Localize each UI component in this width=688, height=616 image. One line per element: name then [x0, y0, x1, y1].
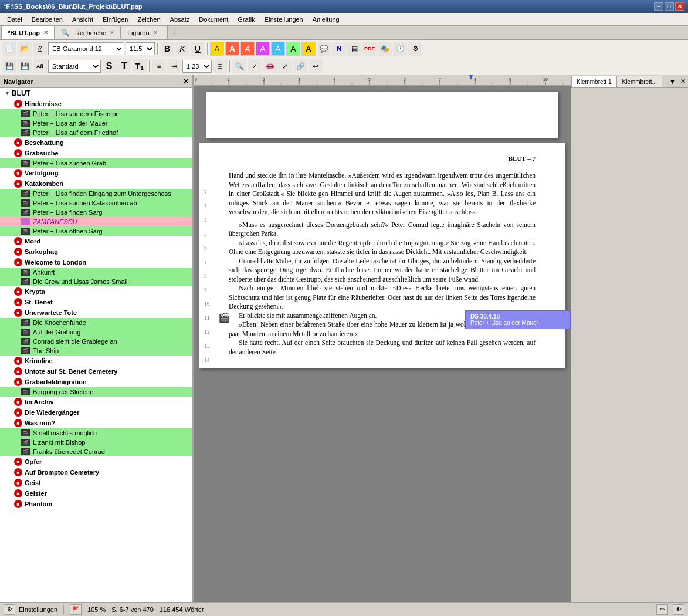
- font-size-selector[interactable]: 11.5: [126, 42, 155, 55]
- nav-section-sarkophag[interactable]: ■ Sarkophag: [0, 246, 192, 257]
- klemmbrett-close[interactable]: ✕: [678, 77, 688, 85]
- save-button[interactable]: 💾: [2, 59, 16, 73]
- nav-section-hindernisse[interactable]: ■ Hindernisse: [0, 99, 192, 109]
- nav-tree[interactable]: ▼ BLUT ■ Hindernisse 🎬 Peter + Lisa vor …: [0, 88, 192, 602]
- italic-button[interactable]: K: [175, 42, 189, 56]
- menu-item-bearbeiten[interactable]: Bearbeiten: [27, 15, 67, 24]
- nav-item-crew-james[interactable]: 🎬 Die Crew und Lisas James Small: [0, 277, 192, 286]
- color5-button[interactable]: A: [271, 42, 285, 56]
- status-flag-btn[interactable]: 🚩: [70, 604, 82, 615]
- tab-figuren-close[interactable]: ✕: [153, 29, 158, 36]
- nav-item-sarg[interactable]: 🎬 Peter + Lisa finden Sarg: [0, 208, 192, 217]
- menu-item-ansicht[interactable]: Ansicht: [67, 15, 98, 24]
- format-button[interactable]: Aß: [33, 59, 47, 73]
- saveas-button[interactable]: 💾: [18, 59, 32, 73]
- nav-section-geister[interactable]: ■ Geister: [0, 488, 192, 499]
- lips-btn[interactable]: 👄: [263, 59, 277, 73]
- menu-item-datei[interactable]: Datei: [2, 15, 27, 24]
- tab-blut-close[interactable]: ✕: [43, 29, 48, 36]
- nav-item-grablege[interactable]: 🎬 Conrad sieht die Grablege an: [0, 337, 192, 346]
- klemmbrett-expand[interactable]: ▼: [667, 78, 678, 85]
- tab-blut[interactable]: *BLUT.pap ✕: [1, 26, 55, 39]
- clock-button[interactable]: 🕐: [393, 42, 407, 56]
- nav-item-peter-lisa-grab[interactable]: 🎬 Peter + Lisa suchen Grab: [0, 158, 192, 168]
- nav-section-unerwartete[interactable]: ■ Unerwartete Tote: [0, 307, 192, 318]
- nav-item-zankt[interactable]: 🎬 L zankt mit Bishop: [0, 438, 192, 447]
- minimize-button[interactable]: ─: [654, 2, 663, 11]
- nav-section-phantom[interactable]: ■ Phantom: [0, 499, 192, 509]
- menu-item-grafik[interactable]: Grafik: [233, 15, 259, 24]
- nav-item-bergung[interactable]: 🎬 Bergung der Skelette: [0, 387, 192, 397]
- align-button[interactable]: ≡: [152, 59, 166, 73]
- underline-button[interactable]: U: [191, 42, 205, 56]
- nav-root[interactable]: ▼ BLUT: [0, 88, 192, 99]
- resize-btn[interactable]: ⤢: [278, 59, 292, 73]
- ref-button[interactable]: N: [332, 42, 346, 56]
- nav-section-beschattung[interactable]: ■ Beschattung: [0, 137, 192, 148]
- note-button[interactable]: 💬: [317, 42, 331, 56]
- menu-item-anleitung[interactable]: Anleitung: [308, 15, 344, 24]
- chain-btn[interactable]: 🔗: [293, 59, 307, 73]
- mask-button[interactable]: 🎭: [378, 42, 392, 56]
- nav-section-krinoline[interactable]: ■ Krinoline: [0, 356, 192, 366]
- color4-button[interactable]: A: [256, 42, 270, 56]
- close-button[interactable]: ✕: [675, 2, 684, 11]
- status-edit-btn[interactable]: ✏: [656, 604, 668, 615]
- table-button[interactable]: ▤: [347, 42, 361, 56]
- tab-figuren[interactable]: Figuren ✕: [121, 26, 168, 39]
- font-selector[interactable]: EB Garamond 12: [48, 42, 124, 55]
- style-selector[interactable]: Standard: [48, 60, 101, 73]
- nav-item-peter-lisa-mauer[interactable]: 🎬 Peter + Lisa an der Mauer: [0, 119, 192, 128]
- nav-section-krypta[interactable]: ■ Krypta: [0, 286, 192, 297]
- bold2-button[interactable]: S: [102, 59, 116, 73]
- indent-button[interactable]: ⇥: [167, 59, 181, 73]
- nav-item-offnen-sarg[interactable]: 🎬 Peter + Lisa öffnen Sarg: [0, 226, 192, 236]
- nav-section-archiv[interactable]: ■ Im Archiv: [0, 397, 192, 407]
- undo-btn[interactable]: ↩: [309, 59, 323, 73]
- menu-item-zeichen[interactable]: Zeichen: [133, 15, 165, 24]
- open-button[interactable]: 📂: [18, 42, 32, 56]
- nav-section-wiedergaenger[interactable]: ■ Die Wiedergänger: [0, 407, 192, 418]
- search-btn[interactable]: 🔍: [232, 59, 246, 73]
- nav-section-mord[interactable]: ■ Mord: [0, 236, 192, 246]
- status-settings-btn[interactable]: ⚙: [4, 604, 15, 615]
- nav-section-opfer[interactable]: ■ Opfer: [0, 456, 192, 467]
- header-button[interactable]: T: [117, 59, 131, 73]
- header2-button[interactable]: T₁: [133, 59, 147, 73]
- nav-section-untote[interactable]: ■ Untote auf St. Benet Cemetery: [0, 366, 192, 377]
- nav-item-grabung[interactable]: 🎬 Auf der Grabung: [0, 327, 192, 337]
- nav-section-geist[interactable]: ■ Geist: [0, 478, 192, 488]
- nav-section-katakomben[interactable]: ■ Katakomben: [0, 178, 192, 189]
- tab-recherche-close[interactable]: ✕: [110, 29, 114, 36]
- nav-item-knochenfunde[interactable]: 🎬 Die Knochenfunde: [0, 318, 192, 327]
- nav-section-graeber[interactable]: ■ Gräberfeldmigration: [0, 377, 192, 387]
- color6-button[interactable]: A: [286, 42, 300, 56]
- maximize-button[interactable]: □: [665, 2, 674, 11]
- menu-item-einstellungen[interactable]: Einstellungen: [260, 15, 308, 24]
- pdf-button[interactable]: PDF: [362, 42, 377, 56]
- extra-button[interactable]: ⚙: [408, 42, 422, 56]
- nav-close-button[interactable]: ✕: [183, 77, 189, 86]
- nav-item-zampanescu[interactable]: ZAMPANESCU: [0, 217, 192, 226]
- nav-item-peter-lisa-friedhof[interactable]: 🎬 Peter + Lisa auf dem Friedhof: [0, 128, 192, 137]
- nav-section-st-benet[interactable]: ■ St. Benet: [0, 297, 192, 307]
- annotation-popup[interactable]: DS 30.4.18 Peter + Lisa an der Mauer: [465, 310, 571, 329]
- klemmbrett-tab1[interactable]: Klemmbrett 1: [571, 76, 616, 87]
- nav-item-eingang[interactable]: 🎬 Peter + Lisa finden Eingang zum Unterg…: [0, 189, 192, 198]
- nav-item-ankunft[interactable]: 🎬 Ankunft: [0, 268, 192, 277]
- tab-add-button[interactable]: +: [168, 27, 182, 39]
- justify-button[interactable]: ⊟: [213, 59, 227, 73]
- nav-item-franks[interactable]: 🎬 Franks überredet Conrad: [0, 447, 192, 456]
- print-button[interactable]: 🖨: [33, 42, 47, 56]
- menu-item-dokument[interactable]: Dokument: [194, 15, 233, 24]
- color3-button[interactable]: A: [240, 42, 255, 56]
- nav-section-was-nun[interactable]: ■ Was nun?: [0, 418, 192, 428]
- nav-item-peter-lisa-eisentor[interactable]: 🎬 Peter + Lisa vor dem Eisentor: [0, 109, 192, 119]
- spacing-selector[interactable]: 1.23: [182, 60, 212, 73]
- color7-button[interactable]: A: [301, 42, 316, 56]
- new-button[interactable]: 📄: [2, 42, 16, 56]
- klemmbrett-tab2[interactable]: Klemmbrett...: [616, 76, 662, 87]
- doc-area[interactable]: 2 3 4 5 6 7 8 9 10 11 12 13 14 15 16 17: [194, 86, 571, 602]
- nav-section-welcome[interactable]: ■ Welcome to London: [0, 257, 192, 268]
- menu-item-einfügen[interactable]: Einfügen: [98, 15, 133, 24]
